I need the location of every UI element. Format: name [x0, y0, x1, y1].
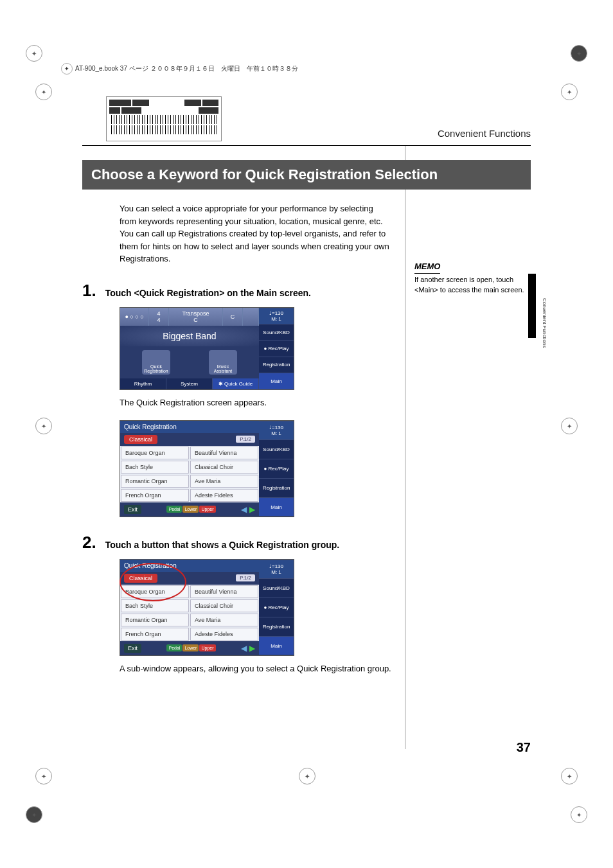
step-instruction: Touch <Quick Registration> on the Main s…: [105, 288, 311, 298]
qr-item[interactable]: Romantic Organ: [121, 614, 189, 626]
doc-header-text: AT-900_e.book 37 ページ ２００８年９月１６日 火曜日 午前１０…: [75, 64, 298, 73]
quickguide-tab[interactable]: ✱ Quick Guide: [213, 378, 259, 389]
exit-button[interactable]: Exit: [124, 505, 141, 514]
lower-button[interactable]: Lower: [182, 506, 199, 513]
recplay-button[interactable]: ● Rec/Play: [259, 459, 294, 478]
doc-header-line: ✦ AT-900_e.book 37 ページ ２００８年９月１６日 火曜日 午前…: [61, 63, 298, 75]
qr-grid: Baroque OrganBeautiful Vienna Bach Style…: [120, 446, 259, 502]
qr-item[interactable]: Bach Style: [121, 599, 189, 612]
qr-screen-screenshot: Quick Registration Classical P.1/2 Baroq…: [120, 420, 294, 517]
transpose-val: C: [193, 317, 198, 323]
qr-item[interactable]: Classical Choir: [190, 461, 258, 474]
print-mark-icon: [35, 768, 52, 784]
intro-paragraph: You can select a voice appropriate for y…: [120, 202, 389, 265]
prev-icon[interactable]: ◀: [241, 644, 247, 653]
step-2: 2. Touch a button that shows a Quick Reg…: [82, 533, 531, 553]
step-instruction: Touch a button that shows a Quick Regist…: [105, 540, 340, 550]
key: C: [223, 308, 243, 326]
transpose-label: Transpose: [182, 310, 209, 317]
qr-item[interactable]: French Organ: [121, 628, 189, 641]
main-button[interactable]: Main: [259, 497, 294, 517]
quick-registration-icon[interactable]: Quick Registration: [142, 350, 170, 375]
qr-page-indicator: P.1/2: [236, 574, 255, 581]
print-mark-icon: [571, 806, 587, 823]
memo-label: MEMO: [414, 261, 440, 274]
recplay-button[interactable]: ● Rec/Play: [259, 340, 294, 356]
memo-block: MEMO If another screen is open, touch <M…: [414, 261, 527, 296]
step-number: 2.: [82, 533, 96, 553]
qr-item[interactable]: Baroque Organ: [121, 447, 189, 459]
qr-item[interactable]: Bach Style: [121, 461, 189, 474]
music-assistant-icon[interactable]: Music Assistant: [209, 350, 237, 375]
qr-item[interactable]: Ave Maria: [190, 475, 258, 488]
registration-button[interactable]: Registration: [259, 357, 294, 373]
main-button[interactable]: Main: [259, 636, 294, 655]
measure: M: 1: [271, 316, 281, 322]
print-mark-icon: [26, 806, 42, 823]
upper-button[interactable]: Upper: [199, 644, 215, 651]
memo-text: If another screen is open, touch <Main> …: [414, 275, 527, 296]
print-mark-icon: [299, 768, 315, 784]
next-icon[interactable]: ▶: [249, 644, 255, 653]
qr-page-indicator: P.1/2: [236, 436, 255, 443]
prev-icon[interactable]: ◀: [241, 505, 247, 514]
main-screen-screenshot: ● ○ ○ ○ 4 4 TransposeC C Biggest Band Qu…: [120, 307, 294, 390]
lower-button[interactable]: Lower: [182, 644, 199, 651]
soundkbd-button[interactable]: Sound/KBD: [259, 578, 294, 598]
exit-button[interactable]: Exit: [124, 644, 141, 653]
qr-item[interactable]: French Organ: [121, 489, 189, 502]
qr-item[interactable]: Romantic Organ: [121, 475, 189, 488]
tempo: ♩=130: [269, 425, 283, 430]
qr-item[interactable]: Adeste Fideles: [190, 628, 258, 641]
rhythm-tab[interactable]: Rhythm: [120, 378, 166, 389]
qr-screen-screenshot-callout: Quick Registration Classical P.1/2 Baroq…: [120, 559, 294, 656]
timesig: 4 4: [149, 308, 169, 326]
qr-header: Quick Registration: [120, 560, 259, 572]
qr-category-button[interactable]: Classical: [124, 435, 157, 444]
print-mark-icon: [561, 84, 578, 100]
registration-button[interactable]: Registration: [259, 478, 294, 497]
horizontal-divider: [82, 145, 531, 146]
print-mark-icon: [561, 418, 578, 434]
qr-category-button[interactable]: Classical: [124, 574, 157, 583]
soundkbd-button[interactable]: Sound/KBD: [259, 439, 294, 459]
upper-button[interactable]: Upper: [199, 506, 215, 513]
recplay-button[interactable]: ● Rec/Play: [259, 598, 294, 617]
print-mark-icon: [35, 418, 52, 434]
step-1-caption: The Quick Registration screen appears.: [120, 398, 415, 407]
tempo: ♩=130: [269, 310, 283, 316]
qr-item[interactable]: Baroque Organ: [121, 585, 189, 598]
tempo: ♩=130: [269, 563, 283, 569]
voice-name: Biggest Band: [120, 326, 259, 346]
step-2-caption: A sub-window appears, allowing you to se…: [120, 664, 415, 673]
print-mark-icon: [561, 768, 578, 784]
qr-header: Quick Registration: [120, 421, 259, 433]
print-mark-icon: [26, 45, 42, 62]
instrument-panel-thumb: [106, 96, 222, 141]
soundkbd-button[interactable]: Sound/KBD: [259, 324, 294, 340]
qr-item[interactable]: Beautiful Vienna: [190, 585, 258, 598]
qr-grid: Baroque OrganBeautiful Vienna Bach Style…: [120, 585, 259, 641]
qr-item[interactable]: Ave Maria: [190, 614, 258, 626]
system-tab[interactable]: System: [166, 378, 213, 389]
measure: M: 1: [271, 430, 281, 436]
print-mark-icon: [35, 84, 52, 100]
pedal-button[interactable]: Pedal: [166, 506, 182, 513]
qr-item[interactable]: Classical Choir: [190, 599, 258, 612]
side-tab-text: Convenient Functions: [542, 298, 547, 348]
registration-button[interactable]: Registration: [259, 617, 294, 636]
pedal-button[interactable]: Pedal: [166, 644, 182, 651]
main-button[interactable]: Main: [259, 373, 294, 389]
print-mark-icon: [571, 45, 587, 62]
page-title: Choose a Keyword for Quick Registration …: [82, 160, 531, 190]
step-number: 1.: [82, 281, 96, 301]
section-header: Convenient Functions: [438, 128, 531, 139]
page-number: 37: [517, 740, 531, 755]
qr-item[interactable]: Adeste Fideles: [190, 489, 258, 502]
next-icon[interactable]: ▶: [249, 505, 255, 514]
measure: M: 1: [271, 569, 281, 575]
qr-item[interactable]: Beautiful Vienna: [190, 447, 258, 459]
